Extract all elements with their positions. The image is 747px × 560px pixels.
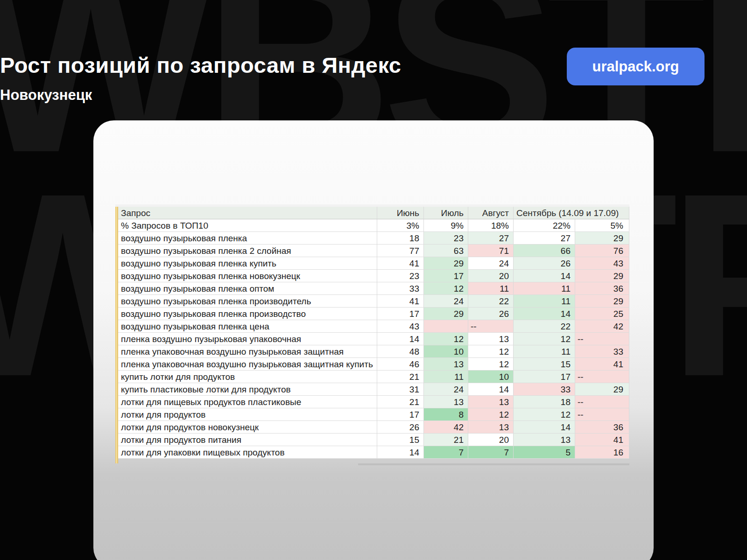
position-cell: 20 xyxy=(468,434,514,446)
slide: WBSTR WBSTR Рост позиций по запросам в Я… xyxy=(0,0,747,560)
content-card: Запрос Июнь Июль Август Сентябрь (14.09 … xyxy=(93,120,654,560)
query-cell: пленка упаковочная воздушно пузырьковая … xyxy=(118,345,377,358)
position-cell: 15 xyxy=(377,434,424,446)
position-cell: 26 xyxy=(377,421,424,434)
position-cell: 12 xyxy=(424,282,468,295)
position-cell: 13 xyxy=(468,396,514,408)
position-cell: 5 xyxy=(514,446,575,459)
position-cell: 12 xyxy=(468,345,514,358)
position-cell: 63 xyxy=(424,245,468,257)
position-cell: 29 xyxy=(424,308,468,320)
position-cell: 23 xyxy=(377,270,424,282)
summary-row-label: % Запросов в ТОП10 xyxy=(118,219,377,232)
position-cell: 12 xyxy=(468,358,514,371)
position-cell: 42 xyxy=(575,320,629,333)
position-cell: 8 xyxy=(424,408,468,421)
position-cell: 21 xyxy=(377,396,424,408)
position-cell: 36 xyxy=(575,421,629,434)
query-cell: воздушно пузырьковая пленка цена xyxy=(118,320,377,333)
position-cell: 16 xyxy=(575,446,629,459)
position-cell: -- xyxy=(575,396,629,408)
position-cell: 42 xyxy=(424,421,468,434)
query-cell: купить пластиковые лотки для продуктов xyxy=(118,383,377,396)
query-cell: пленка воздушно пузырьковая упаковочная xyxy=(118,333,377,345)
position-cell: 31 xyxy=(377,383,424,396)
position-cell: 13 xyxy=(468,333,514,345)
position-cell: 13 xyxy=(424,396,468,408)
position-cell: 43 xyxy=(575,257,629,270)
position-cell: 76 xyxy=(575,245,629,257)
position-cell: -- xyxy=(468,320,514,333)
query-cell: лотки для продуктов питания xyxy=(118,434,377,446)
position-cell: 12 xyxy=(424,333,468,345)
summary-row-value: 22% xyxy=(514,219,575,232)
position-cell: 43 xyxy=(377,320,424,333)
query-cell: купить лотки для продуктов xyxy=(118,371,377,383)
position-cell: 77 xyxy=(377,245,424,257)
position-cell: 33 xyxy=(377,282,424,295)
query-cell: воздушно пузырьковая пленка 2 слойная xyxy=(118,245,377,257)
position-cell: 24 xyxy=(424,383,468,396)
position-cell: 17 xyxy=(377,408,424,421)
query-cell: лотки для продуктов новокузнецк xyxy=(118,421,377,434)
query-cell: воздушно пузырьковая пленка производство xyxy=(118,308,377,320)
position-cell: 14 xyxy=(514,270,575,282)
screenshot-edge-shadow xyxy=(358,463,629,465)
position-cell: 7 xyxy=(424,446,468,459)
query-cell: лотки для пищевых продуктов пластиковые xyxy=(118,396,377,408)
column-header-july: Июль xyxy=(424,207,468,219)
column-header-september: Сентябрь (14.09 и 17.09) xyxy=(514,207,629,219)
position-cell: 36 xyxy=(575,282,629,295)
position-cell: 27 xyxy=(468,232,514,245)
position-cell: 10 xyxy=(424,345,468,358)
position-cell: 20 xyxy=(468,270,514,282)
position-cell: -- xyxy=(575,333,629,345)
position-cell: 13 xyxy=(424,358,468,371)
positions-grid: Запрос Июнь Июль Август Сентябрь (14.09 … xyxy=(118,207,629,459)
page-subtitle: Новокузнецк xyxy=(0,87,92,104)
site-badge[interactable]: uralpack.org xyxy=(567,48,705,85)
query-cell: воздушно пузырьковая пленка купить xyxy=(118,257,377,270)
position-cell: 26 xyxy=(468,308,514,320)
summary-row-value: 5% xyxy=(575,219,629,232)
query-cell: воздушно пузырьковая пленка xyxy=(118,232,377,245)
position-cell: 11 xyxy=(424,371,468,383)
query-cell: лотки для продуктов xyxy=(118,408,377,421)
column-header-june: Июнь xyxy=(377,207,424,219)
position-cell: 10 xyxy=(468,371,514,383)
query-cell: воздушно пузырьковая пленка производител… xyxy=(118,295,377,308)
position-cell: 14 xyxy=(514,421,575,434)
position-cell: 21 xyxy=(424,434,468,446)
position-cell: -- xyxy=(575,408,629,421)
position-cell: 15 xyxy=(514,358,575,371)
position-cell: 24 xyxy=(424,295,468,308)
query-cell: воздушно пузырьковая пленка оптом xyxy=(118,282,377,295)
position-cell: 41 xyxy=(377,257,424,270)
position-cell: 27 xyxy=(514,232,575,245)
column-header-query: Запрос xyxy=(118,207,377,219)
position-cell: 12 xyxy=(514,333,575,345)
position-cell: 33 xyxy=(514,383,575,396)
position-cell: 11 xyxy=(514,345,575,358)
position-cell: 14 xyxy=(468,383,514,396)
position-cell: 24 xyxy=(468,257,514,270)
position-cell: 23 xyxy=(424,232,468,245)
position-cell: 71 xyxy=(468,245,514,257)
position-cell: 46 xyxy=(377,358,424,371)
position-cell: 13 xyxy=(514,434,575,446)
position-cell: 22 xyxy=(514,320,575,333)
position-cell: 29 xyxy=(575,383,629,396)
position-cell: 48 xyxy=(377,345,424,358)
position-cell: 17 xyxy=(424,270,468,282)
position-cell xyxy=(424,320,468,333)
position-cell: 17 xyxy=(377,308,424,320)
position-cell: 12 xyxy=(468,408,514,421)
position-cell: 14 xyxy=(377,333,424,345)
position-cell: 25 xyxy=(575,308,629,320)
position-cell: 11 xyxy=(468,282,514,295)
summary-row-value: 18% xyxy=(468,219,514,232)
position-cell: 14 xyxy=(377,446,424,459)
page-title: Рост позиций по запросам в Яндекс xyxy=(0,52,514,78)
position-cell: 29 xyxy=(575,232,629,245)
position-cell: 41 xyxy=(575,358,629,371)
